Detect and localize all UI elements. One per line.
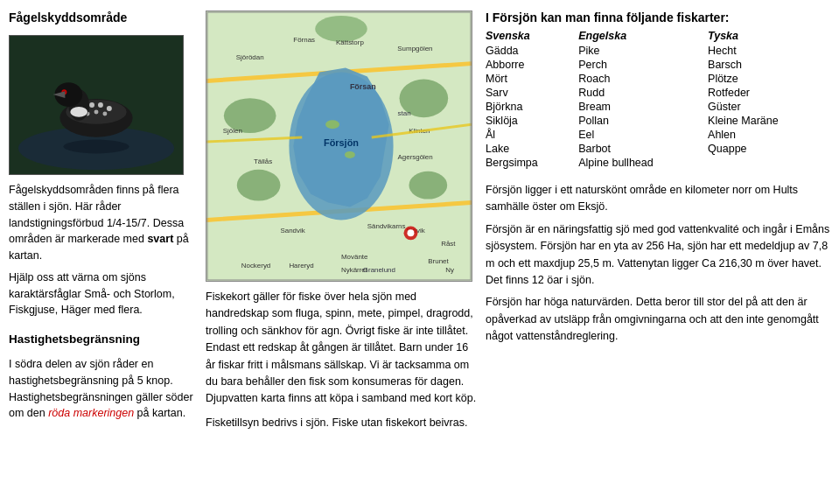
- svg-point-53: [407, 229, 414, 236]
- fish-table-row: AbborrePerchBarsch: [486, 58, 830, 72]
- fish-cell: Bergsimpa: [486, 156, 578, 170]
- fish-cell: Barsch: [708, 58, 830, 72]
- fish-cell: Rudd: [578, 86, 708, 100]
- desc-paragraph-3: Försjön har höga naturvärden. Detta bero…: [486, 294, 830, 345]
- svg-text:Sumpgölen: Sumpgölen: [397, 45, 432, 52]
- svg-text:Agersgölen: Agersgölen: [398, 153, 433, 161]
- fish-cell: Sarv: [486, 86, 578, 100]
- fishing-text-1: Fiskekort gäller för fiske över hela sjö…: [206, 289, 477, 408]
- fish-cell: Güster: [708, 100, 830, 114]
- fish-cell: Hecht: [708, 44, 830, 58]
- fish-cell: Alpine bullhead: [578, 156, 708, 170]
- fish-table-row: SiklöjaPollanKleine Maräne: [486, 114, 830, 128]
- fish-table-title: I Försjön kan man finna följande fiskart…: [486, 10, 830, 24]
- fish-cell: Quappe: [708, 142, 830, 156]
- svg-point-12: [70, 107, 87, 117]
- fish-cell: Björkna: [486, 100, 578, 114]
- svg-text:Försan: Försan: [350, 82, 376, 91]
- fish-table: Svenska Engelska Tyska GäddaPikeHechtAbb…: [486, 30, 830, 170]
- right-column: I Försjön kan man finna följande fiskart…: [486, 10, 830, 495]
- right-description: Försjön ligger i ett naturskönt område e…: [486, 182, 830, 350]
- svg-text:Brunet: Brunet: [428, 257, 449, 265]
- col-tyska: Tyska: [708, 30, 830, 44]
- fish-cell: Lake: [486, 142, 578, 156]
- left-column: Fågelskyddsområde: [9, 10, 197, 495]
- svg-text:Sjörödan: Sjörödan: [236, 53, 264, 61]
- svg-point-28: [325, 120, 339, 129]
- svg-text:Sjölen: Sjölen: [223, 127, 242, 135]
- fish-cell: Ahlen: [708, 128, 830, 142]
- col-svenska: Svenska: [486, 30, 578, 44]
- svg-text:Hareryd: Hareryd: [289, 262, 313, 270]
- fish-cell: Barbot: [578, 142, 708, 156]
- fish-table-section: I Försjön kan man finna följande fiskart…: [486, 10, 830, 170]
- fish-cell: Ål: [486, 128, 578, 142]
- fish-cell: Rotfeder: [708, 86, 830, 100]
- fish-table-row: LakeBarbotQuappe: [486, 142, 830, 156]
- svg-text:Kättstorp: Kättstorp: [336, 38, 364, 46]
- fish-table-row: GäddaPikeHecht: [486, 44, 830, 58]
- middle-column: Försjön Sjörödan Kättstorp Sumpgölen Sjö…: [206, 10, 477, 495]
- svg-point-5: [89, 102, 94, 108]
- fish-cell: Pike: [578, 44, 708, 58]
- fish-cell: Eel: [578, 128, 708, 142]
- left-section-title: Fågelskyddsområde: [9, 10, 197, 24]
- page: Fågelskyddsområde: [0, 0, 839, 504]
- svg-text:Tällås: Tällås: [254, 158, 272, 165]
- fish-cell: [708, 156, 830, 170]
- fish-cell: Abborre: [486, 58, 578, 72]
- svg-text:Sändvikarns: Sändvikarns: [367, 222, 406, 230]
- left-description: Fågelskyddsområden finns på flera ställe…: [9, 182, 197, 318]
- desc-paragraph-2: Försjön är en näringsfattig sjö med god …: [486, 221, 830, 290]
- fish-table-header: Svenska Engelska Tyska: [486, 30, 830, 44]
- fish-cell: Siklöja: [486, 114, 578, 128]
- subsection-after: på kartan.: [134, 407, 185, 419]
- fish-cell: Roach: [578, 72, 708, 86]
- fish-table-row: SarvRuddRotfeder: [486, 86, 830, 100]
- fish-cell: Pollan: [578, 114, 708, 128]
- bird-image: [9, 35, 184, 175]
- subsection-text: I södra delen av sjön råder en hastighet…: [9, 356, 197, 422]
- svg-text:Movänte: Movänte: [341, 253, 368, 261]
- col-engelska: Engelska: [578, 30, 708, 44]
- fishing-text-2: Fisketillsyn bedrivs i sjön. Fiske utan …: [206, 415, 477, 431]
- fish-table-row: MörtRoachPlötze: [486, 72, 830, 86]
- fish-cell: Bream: [578, 100, 708, 114]
- subsection-red: röda markeringen: [48, 407, 134, 419]
- fish-cell: Kleine Maräne: [708, 114, 830, 128]
- fish-cell: Gädda: [486, 44, 578, 58]
- svg-text:Förnas: Förnas: [293, 36, 315, 44]
- svg-point-10: [102, 111, 107, 116]
- desc-paragraph-1: Försjön ligger i ett naturskönt område e…: [486, 182, 830, 216]
- svg-text:Nockeryd: Nockeryd: [241, 262, 271, 270]
- fish-table-row: BjörknaBreamGüster: [486, 100, 830, 114]
- svg-text:Granelund: Granelund: [363, 266, 395, 274]
- svg-text:stan: stan: [398, 109, 411, 117]
- fish-cell: Plötze: [708, 72, 830, 86]
- fish-cell: Perch: [578, 58, 708, 72]
- svg-point-24: [237, 170, 281, 201]
- svg-text:Försjön: Försjön: [324, 137, 359, 148]
- svg-point-29: [345, 151, 355, 158]
- svg-text:Sandvik: Sandvik: [280, 227, 304, 234]
- svg-text:Råst: Råst: [441, 240, 456, 248]
- svg-point-26: [409, 172, 447, 200]
- svg-point-7: [107, 106, 112, 111]
- map-image: Försjön Sjörödan Kättstorp Sumpgölen Sjö…: [206, 10, 472, 282]
- fish-cell: Mört: [486, 72, 578, 86]
- svg-text:Ny: Ny: [445, 266, 454, 274]
- fish-table-row: ÅlEelAhlen: [486, 128, 830, 142]
- svg-point-17: [63, 140, 129, 154]
- fish-table-row: BergsimpaAlpine bullhead: [486, 156, 830, 170]
- subsection-title: Hastighetsbegränsning: [9, 332, 197, 346]
- svg-point-9: [94, 109, 99, 114]
- svg-point-6: [98, 102, 103, 108]
